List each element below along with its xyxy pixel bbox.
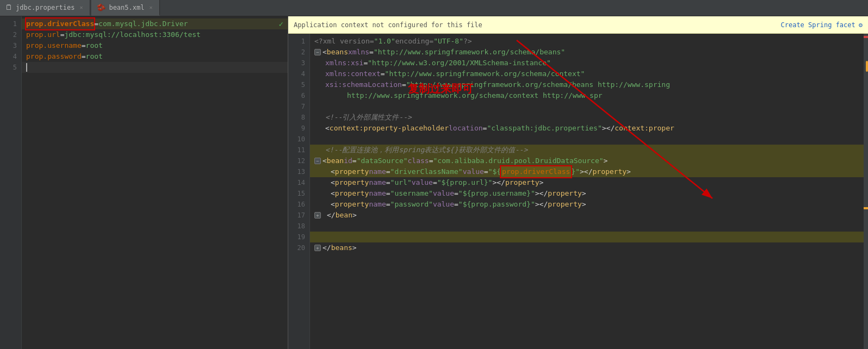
tab-left-label: jdbc.properties (16, 4, 75, 11)
tab-left-icon: 🗒 (5, 3, 13, 11)
right-line-2: − <beans xmlns="http://www.springframewo… (310, 47, 864, 58)
right-line-4: xmlns:context="http://www.springframewor… (310, 68, 864, 79)
fold-icon-20[interactable]: + (314, 245, 321, 251)
left-code-area: 1 2 3 4 5 prop.driverClass=com.mysql.jdb… (0, 16, 288, 349)
tab-right-icon: 🫘 (97, 3, 106, 11)
right-line-10 (310, 134, 864, 145)
right-line-numbers: 1 2 3 4 5 6 7 8 9 10 11 12 13 14 15 16 1… (288, 34, 310, 349)
right-editor-pane: Application context not configured for t… (288, 16, 868, 349)
tab-right-label: bean5.xml (109, 4, 144, 11)
info-bar-actions: Create Spring facet ⚙ (780, 21, 863, 29)
warning-marker-1 (864, 207, 868, 209)
prop-driverclass-ref: prop.driverClass (501, 166, 571, 177)
left-line-5 (22, 62, 288, 73)
left-line-2: prop.url=jdbc:mysql://localhost:3306/tes… (22, 29, 288, 40)
info-bar: Application context not configured for t… (288, 16, 868, 34)
right-line-12: − <bean id="dataSource" class="com.aliba… (310, 155, 864, 166)
left-line-1: prop.driverClass=com.mysql.jdbc.Driver ✓ (22, 18, 288, 29)
fold-icon-2[interactable]: − (314, 49, 321, 55)
error-marker (864, 36, 868, 38)
left-line-numbers: 1 2 3 4 5 (0, 16, 22, 349)
tab-bar: 🗒 jdbc.properties ✕ 🫘 bean5.xml ✕ (0, 0, 868, 16)
right-line-20: + </beans> (310, 242, 864, 253)
fold-icon-17[interactable]: + (314, 212, 321, 219)
info-bar-text: Application context not configured for t… (294, 21, 482, 29)
left-editor-pane: 1 2 3 4 5 prop.driverClass=com.mysql.jdb… (0, 16, 288, 349)
right-line-8: <!--引入外部属性文件--> (310, 112, 864, 123)
tab-right-close[interactable]: ✕ (147, 4, 154, 11)
left-line-4: prop.password=root (22, 51, 288, 62)
left-code-lines[interactable]: prop.driverClass=com.mysql.jdbc.Driver ✓… (22, 16, 288, 349)
right-line-17: + </bean> (310, 210, 864, 221)
line1-checkmark: ✓ (279, 18, 283, 29)
tab-left-close[interactable]: ✕ (78, 4, 84, 11)
scroll-thumb (866, 61, 868, 72)
right-line-1: <?xml version="1.0" encoding="UTF-8"?> (310, 36, 864, 47)
right-line-15: <property name="username" value="${prop.… (310, 188, 864, 199)
right-line-3: xmlns:xsi="http://www.w3.org/2001/XMLSch… (310, 58, 864, 68)
right-line-5: xsi:schemaLocation="http://www.springfra… (310, 79, 864, 90)
right-line-14: <property name="url" value="${prop.url}"… (310, 177, 864, 188)
right-line-18 (310, 221, 864, 232)
right-line-16: <property name="password" value="${prop.… (310, 199, 864, 210)
right-line-13: <property name="driverClassName" value="… (310, 166, 864, 177)
create-spring-facet-link[interactable]: Create Spring facet (780, 21, 855, 29)
editors-area: 1 2 3 4 5 prop.driverClass=com.mysql.jdb… (0, 16, 868, 349)
right-scrollbar[interactable] (864, 34, 868, 349)
right-code-lines[interactable]: <?xml version="1.0" encoding="UTF-8"?> −… (310, 34, 864, 349)
tab-bean5-xml[interactable]: 🫘 bean5.xml ✕ (91, 0, 160, 16)
tab-jdbc-properties[interactable]: 🗒 jdbc.properties ✕ (0, 0, 90, 16)
fold-icon-12[interactable]: − (314, 158, 321, 164)
right-line-19 (310, 232, 864, 242)
right-code-wrapper: 1 2 3 4 5 6 7 8 9 10 11 12 13 14 15 16 1… (288, 34, 868, 349)
right-line-7 (310, 101, 864, 112)
right-line-6: http://www.springframework.org/schema/co… (310, 90, 864, 101)
right-line-11: <!--配置连接池，利用spring表达式${}获取外部文件的值--> (310, 145, 864, 155)
prop-driverclass-highlight: prop.driverClass (26, 18, 94, 29)
gear-icon[interactable]: ⚙ (859, 21, 863, 29)
right-line-9: <context:property-placeholder location="… (310, 123, 864, 134)
left-line-3: prop.username=root (22, 40, 288, 51)
